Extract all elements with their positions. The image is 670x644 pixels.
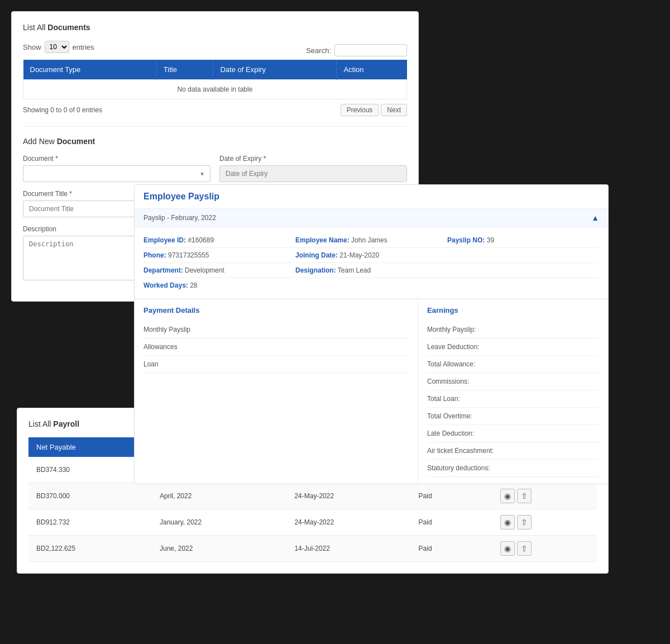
- payment-details-title: Payment Details: [143, 306, 409, 314]
- designation-key: Designation:: [295, 266, 336, 274]
- table-row: BD2,122.625 June, 2022 14-Jul-2022 Paid …: [28, 536, 597, 562]
- upload-button[interactable]: ⇧: [517, 489, 532, 503]
- earning-item-2: Total Allowance:: [427, 356, 599, 373]
- document-select[interactable]: [23, 165, 210, 182]
- col-action: Action: [337, 60, 407, 80]
- table-empty-row: No data available in table: [23, 80, 407, 99]
- payslip-title: Employee Payslip: [143, 192, 219, 201]
- document-select-wrapper: [23, 165, 210, 182]
- employee-name-key: Employee Name:: [295, 236, 350, 244]
- entries-select[interactable]: 10 25 50: [45, 41, 69, 53]
- employee-name-cell: Employee Name: John James: [295, 236, 447, 244]
- search-bar: Search:: [306, 44, 407, 56]
- worked-days-cell: Worked Days: 28: [143, 282, 599, 289]
- col-date-expiry: Date of Expiry: [213, 60, 337, 80]
- info-row-2: Phone: 97317325555 Joining Date: 21-May-…: [143, 248, 599, 263]
- status-cell: Paid: [411, 536, 493, 562]
- joining-cell: Joining Date: 21-May-2020: [295, 251, 447, 259]
- joining-val: 21-May-2020: [339, 251, 379, 259]
- net-payable-cell: BD370.000: [28, 483, 152, 509]
- next-button[interactable]: Next: [381, 104, 407, 116]
- net-payable-cell: BD374.330: [28, 457, 152, 483]
- table-row: BD912.732 January, 2022 24-May-2022 Paid…: [28, 509, 597, 536]
- payment-item-1: Allowances: [143, 338, 409, 356]
- earning-item-1: Leave Deduction:: [427, 338, 599, 356]
- entries-label: entries: [73, 43, 94, 51]
- status-cell: Paid: [411, 483, 493, 509]
- upload-button[interactable]: ⇧: [517, 541, 532, 556]
- documents-table: Document Type Title Date of Expiry Actio…: [23, 60, 407, 99]
- salary-month-cell: June, 2022: [152, 536, 286, 562]
- document-field-group: Document *: [23, 155, 210, 182]
- earning-item-7: Air ticket Encashment:: [427, 442, 599, 460]
- action-buttons: ◉ ⇧: [500, 515, 589, 529]
- add-new-title: Add New Document: [23, 137, 407, 146]
- worked-days-key: Worked Days:: [143, 282, 188, 289]
- joining-key: Joining Date:: [295, 251, 338, 259]
- earning-item-8: Statutory deductions:: [427, 460, 599, 477]
- action-cell: ◉ ⇧: [492, 536, 597, 562]
- payment-item-2: Loan: [143, 356, 409, 373]
- employee-name-val: John James: [351, 236, 387, 244]
- no-data-message: No data available in table: [23, 80, 407, 99]
- earning-item-4: Total Loan:: [427, 390, 599, 408]
- department-key: Department:: [143, 266, 183, 274]
- table-footer: Showing 0 to 0 of 0 entries Previous Nex…: [23, 104, 407, 116]
- view-button[interactable]: ◉: [500, 541, 515, 556]
- info-row-3: Department: Development Designation: Tea…: [143, 263, 599, 278]
- payroll-date-cell: 24-May-2022: [286, 483, 410, 509]
- pagination: Previous Next: [341, 104, 407, 116]
- net-payable-cell: BD2,122.625: [28, 536, 152, 562]
- salary-month-cell: April, 2022: [152, 483, 286, 509]
- net-payable-cell: BD912.732: [28, 509, 152, 536]
- view-button[interactable]: ◉: [500, 489, 515, 503]
- employee-id-cell: Employee ID: #160689: [143, 236, 295, 244]
- search-label: Search:: [306, 46, 331, 55]
- department-val: Development: [185, 266, 224, 274]
- upload-button[interactable]: ⇧: [517, 515, 532, 529]
- payslip-period: Payslip - February, 2022: [143, 214, 216, 222]
- payslip-info-grid: Employee ID: #160689 Employee Name: John…: [135, 227, 608, 299]
- action-buttons: ◉ ⇧: [500, 541, 589, 556]
- payslip-no-cell: Payslip NO: 39: [447, 236, 599, 244]
- earning-item-3: Commissions:: [427, 373, 599, 390]
- date-expiry-field-group: Date of Expiry *: [219, 155, 407, 182]
- payment-details: Payment Details Monthly Payslip Allowanc…: [135, 299, 418, 484]
- view-button[interactable]: ◉: [500, 515, 515, 529]
- date-expiry-input[interactable]: [219, 165, 407, 182]
- table-row: BD370.000 April, 2022 24-May-2022 Paid ◉…: [28, 483, 597, 509]
- search-input[interactable]: [334, 44, 407, 56]
- entries-count: Showing 0 to 0 of 0 entries: [23, 106, 102, 114]
- payslip-collapse-icon[interactable]: ▲: [591, 213, 599, 222]
- payroll-date-cell: 24-May-2022: [286, 509, 410, 536]
- date-expiry-label: Date of Expiry *: [219, 155, 407, 163]
- col-title: Title: [156, 60, 213, 80]
- action-buttons: ◉ ⇧: [500, 489, 589, 503]
- prev-button[interactable]: Previous: [341, 104, 379, 116]
- add-doc-row-1: Document * Date of Expiry *: [23, 155, 407, 182]
- earning-item-0: Monthly Payslip:: [427, 321, 599, 338]
- phone-cell: Phone: 97317325555: [143, 251, 295, 259]
- show-label: Show: [23, 43, 41, 51]
- document-label: Document *: [23, 155, 210, 163]
- payslip-payment-section: Payment Details Monthly Payslip Allowanc…: [135, 299, 608, 484]
- salary-month-cell: January, 2022: [152, 509, 286, 536]
- payslip-header: Employee Payslip: [135, 185, 608, 209]
- payslip-period-bar: Payslip - February, 2022 ▲: [135, 209, 608, 227]
- empty-cell: [447, 251, 599, 259]
- info-row-1: Employee ID: #160689 Employee Name: John…: [143, 233, 599, 248]
- earning-item-6: Late Deduction:: [427, 425, 599, 442]
- employee-id-key: Employee ID:: [143, 236, 186, 244]
- designation-cell: Designation: Team Lead: [295, 266, 447, 274]
- empty-cell-2: [447, 266, 599, 274]
- payroll-date-cell: 14-Jul-2022: [286, 536, 410, 562]
- earning-item-5: Total Overtime:: [427, 408, 599, 425]
- phone-val: 97317325555: [168, 251, 209, 259]
- payment-item-0: Monthly Payslip: [143, 321, 409, 338]
- action-cell: ◉ ⇧: [492, 509, 597, 536]
- phone-key: Phone:: [143, 251, 166, 259]
- action-cell: ◉ ⇧: [492, 483, 597, 509]
- department-cell: Department: Development: [143, 266, 295, 274]
- earnings-section: Earnings Monthly Payslip: Leave Deductio…: [418, 299, 608, 484]
- col-net-payable: Net Payable: [28, 437, 152, 457]
